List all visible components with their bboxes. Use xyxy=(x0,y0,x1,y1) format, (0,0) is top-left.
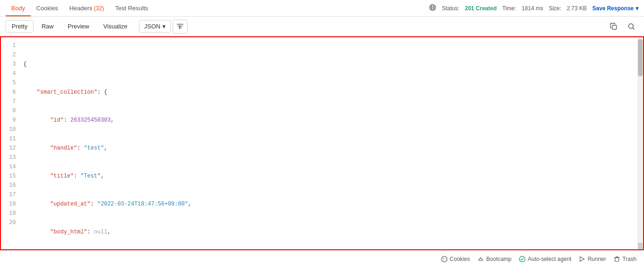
svg-point-12 xyxy=(441,256,447,262)
svg-point-10 xyxy=(629,24,633,28)
filter-icon-button[interactable] xyxy=(173,20,188,34)
format-visualize-tab[interactable]: Visualize xyxy=(97,20,133,33)
auto-select-agent-button[interactable]: Auto-select agent xyxy=(519,256,571,262)
cookies-button[interactable]: Cookies xyxy=(441,256,470,262)
status-value: 201 Created xyxy=(465,5,497,12)
size-value: 2.73 KB xyxy=(567,5,587,12)
tab-test-results[interactable]: Test Results xyxy=(110,1,154,16)
format-preview-tab[interactable]: Preview xyxy=(62,20,95,33)
bootcamp-button[interactable]: Bootcamp xyxy=(477,256,511,262)
bootcamp-icon xyxy=(477,256,484,262)
code-area: 1 2 3 4 5 6 7 8 9 10 11 12 13 14 15 16 1… xyxy=(0,36,644,250)
svg-marker-18 xyxy=(580,257,584,261)
scrollbar-track[interactable] xyxy=(637,37,643,249)
status-bar: Status: 201 Created Time: 1814 ms Size: … xyxy=(429,4,638,13)
cookie-icon xyxy=(441,256,448,262)
time-label: Time: xyxy=(502,5,516,12)
tab-cookies[interactable]: Cookies xyxy=(31,1,64,16)
scrollbar-bottom-indicator xyxy=(638,243,643,249)
chevron-down-icon: ▾ xyxy=(636,5,638,12)
format-raw-tab[interactable]: Raw xyxy=(35,20,60,33)
chevron-down-icon: ▾ xyxy=(162,23,166,30)
svg-point-17 xyxy=(519,256,525,262)
format-bar-right xyxy=(607,20,638,34)
svg-point-14 xyxy=(445,258,446,259)
save-response-button[interactable]: Save Response ▾ xyxy=(592,5,638,12)
runner-icon xyxy=(579,256,585,262)
search-icon-button[interactable] xyxy=(624,20,638,34)
check-circle-icon xyxy=(519,256,525,262)
size-label: Size: xyxy=(549,5,561,12)
tab-headers[interactable]: Headers (32) xyxy=(64,1,110,16)
format-bar: Pretty Raw Preview Visualize JSON ▾ xyxy=(0,17,644,36)
line-numbers: 1 2 3 4 5 6 7 8 9 10 11 12 13 14 15 16 1… xyxy=(1,37,20,249)
trash-icon xyxy=(614,256,620,262)
svg-rect-19 xyxy=(615,258,619,261)
svg-rect-9 xyxy=(612,25,616,29)
copy-icon-button[interactable] xyxy=(607,20,621,34)
time-value: 1814 ms xyxy=(522,5,543,12)
bottom-bar: Cookies Bootcamp Auto-select agent Runne… xyxy=(0,250,644,267)
json-format-selector[interactable]: JSON ▾ xyxy=(139,20,171,33)
globe-icon xyxy=(429,4,436,13)
scrollbar-thumb[interactable] xyxy=(638,39,643,76)
top-tab-bar: Body Cookies Headers (32) Test Results S… xyxy=(0,0,644,17)
code-content[interactable]: { "smart_collection": { "id": 2633254503… xyxy=(20,37,643,249)
svg-point-13 xyxy=(443,258,444,259)
runner-button[interactable]: Runner xyxy=(579,256,606,262)
svg-point-15 xyxy=(443,260,444,260)
trash-button[interactable]: Trash xyxy=(614,256,637,262)
format-pretty-tab[interactable]: Pretty xyxy=(6,20,34,33)
status-label: Status: xyxy=(442,5,459,12)
svg-line-11 xyxy=(633,28,635,30)
tab-body[interactable]: Body xyxy=(6,1,31,16)
